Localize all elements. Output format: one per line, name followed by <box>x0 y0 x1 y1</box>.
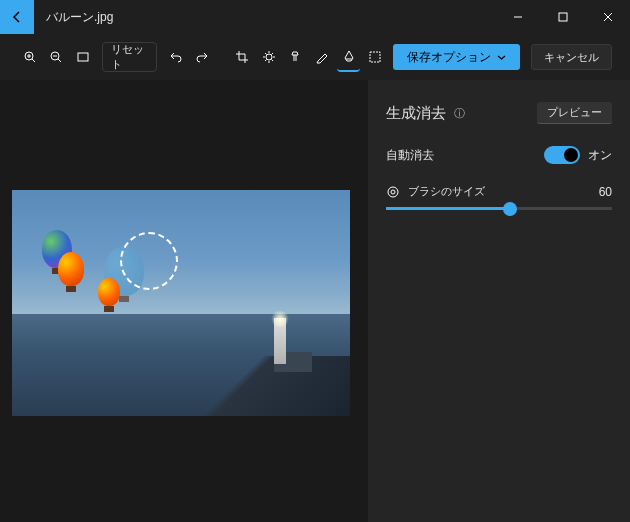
canvas-area[interactable] <box>0 80 368 522</box>
chevron-down-icon <box>497 53 506 62</box>
minimize-icon <box>513 12 523 22</box>
svg-rect-5 <box>370 52 380 62</box>
reset-button[interactable]: リセット <box>102 42 157 72</box>
crop-icon <box>235 50 249 64</box>
zoom-in-icon <box>23 50 37 64</box>
image-canvas[interactable] <box>12 190 350 416</box>
markup-icon <box>315 50 329 64</box>
svg-point-6 <box>388 187 398 197</box>
titlebar: バルーン.jpg <box>0 0 630 34</box>
selection-marquee[interactable] <box>120 232 178 290</box>
undo-icon <box>169 50 183 64</box>
adjust-icon <box>262 50 276 64</box>
svg-rect-3 <box>78 53 88 61</box>
image-balloon <box>98 278 120 306</box>
preview-button[interactable]: プレビュー <box>537 102 612 124</box>
target-icon <box>386 185 400 199</box>
svg-rect-0 <box>559 13 567 21</box>
info-icon[interactable]: ⓘ <box>454 106 465 121</box>
arrow-left-icon <box>10 10 24 24</box>
minimize-button[interactable] <box>495 0 540 34</box>
side-panel: 生成消去 ⓘ プレビュー 自動消去 オン ブラシのサイズ 60 <box>368 80 630 522</box>
brush-size-slider[interactable] <box>386 207 612 210</box>
crop-button[interactable] <box>230 42 254 72</box>
redo-button[interactable] <box>191 42 215 72</box>
svg-point-4 <box>266 54 272 60</box>
auto-erase-row: 自動消去 オン <box>386 146 612 164</box>
slider-fill <box>386 207 510 210</box>
cancel-button[interactable]: キャンセル <box>531 44 612 70</box>
back-button[interactable] <box>0 0 34 34</box>
adjust-button[interactable] <box>257 42 281 72</box>
slider-thumb[interactable] <box>503 202 517 216</box>
fit-button[interactable] <box>71 42 95 72</box>
auto-erase-label: 自動消去 <box>386 147 434 164</box>
toolbar: リセット 保存オプション キャンセル <box>0 34 630 80</box>
panel-header: 生成消去 ⓘ プレビュー <box>386 102 612 124</box>
maximize-icon <box>558 12 568 22</box>
save-label: 保存オプション <box>407 49 491 66</box>
close-button[interactable] <box>585 0 630 34</box>
toggle-state-label: オン <box>588 147 612 164</box>
background-icon <box>368 50 382 64</box>
erase-icon <box>342 49 356 63</box>
undo-button[interactable] <box>164 42 188 72</box>
erase-button[interactable] <box>337 42 361 72</box>
background-button[interactable] <box>363 42 387 72</box>
fit-icon <box>76 50 90 64</box>
auto-erase-toggle[interactable] <box>544 146 580 164</box>
filter-button[interactable] <box>284 42 308 72</box>
redo-icon <box>195 50 209 64</box>
content-area: 生成消去 ⓘ プレビュー 自動消去 オン ブラシのサイズ 60 <box>0 80 630 522</box>
close-icon <box>603 12 613 22</box>
brush-size-value: 60 <box>599 185 612 199</box>
markup-button[interactable] <box>310 42 334 72</box>
image-lighthouse <box>274 318 286 364</box>
panel-title: 生成消去 <box>386 104 446 123</box>
zoom-in-button[interactable] <box>18 42 42 72</box>
maximize-button[interactable] <box>540 0 585 34</box>
save-options-button[interactable]: 保存オプション <box>393 44 520 70</box>
svg-point-7 <box>391 190 395 194</box>
filter-icon <box>288 50 302 64</box>
brush-size-row: ブラシのサイズ 60 <box>386 184 612 199</box>
window-title: バルーン.jpg <box>34 0 495 34</box>
zoom-out-icon <box>49 50 63 64</box>
brush-size-label: ブラシのサイズ <box>408 184 591 199</box>
window-controls <box>495 0 630 34</box>
zoom-out-button[interactable] <box>45 42 69 72</box>
image-balloon <box>58 252 84 286</box>
